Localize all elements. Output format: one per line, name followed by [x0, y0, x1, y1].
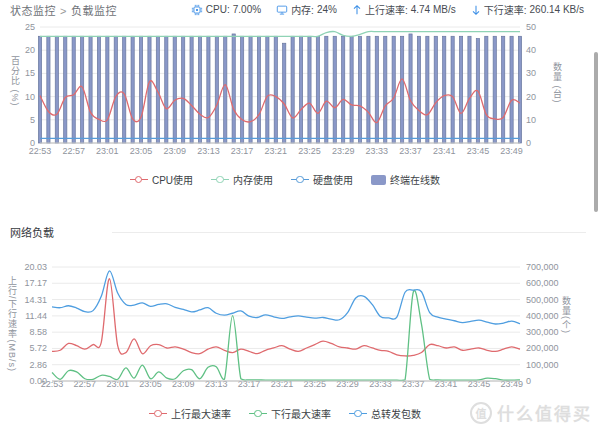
bar-series-point — [308, 36, 311, 143]
bar-series-point — [139, 36, 142, 143]
x-axis-tick-label: 22:57 — [62, 146, 85, 156]
bar-series-point — [38, 36, 41, 143]
bar-series-point — [55, 36, 58, 143]
bar-series-point — [510, 36, 513, 143]
legend-item[interactable]: 上行最大速率 — [149, 406, 231, 421]
watermark: 值 什么值得买 — [470, 400, 592, 425]
network-load-section-header: 网络负载 — [10, 224, 586, 240]
legend-label: CPU使用 — [152, 172, 193, 187]
uplink-stat: 上行速率: 4.74 MB/s — [352, 2, 456, 17]
x-axis-tick-label: 23:45 — [467, 146, 490, 156]
bar-series-point — [241, 36, 244, 143]
x-axis-tick-label: 23:01 — [96, 146, 119, 156]
breadcrumb-separator: > — [60, 5, 67, 17]
legend-item[interactable]: 终端在线数 — [371, 172, 440, 187]
legend-label: 终端在线数 — [390, 172, 440, 187]
scrollbar-thumb[interactable] — [594, 52, 598, 212]
x-axis-tick-label: 23:13 — [197, 146, 220, 156]
header-stats: CPU: 7.00% 内存: 24% 上行速率: 4.74 MB/s — [191, 2, 584, 17]
legend-item[interactable]: 下行最大速率 — [249, 406, 331, 421]
bar-series-point — [148, 36, 151, 143]
legend-item[interactable]: 硬盘使用 — [291, 172, 353, 187]
bar-series-point — [392, 36, 395, 143]
right-axis-tick-label: 0 — [526, 138, 531, 148]
right-axis-tick-label: 300,000 — [526, 327, 559, 337]
bar-series-point — [165, 36, 168, 143]
legend-label: 硬盘使用 — [313, 172, 353, 187]
x-axis-tick-label: 23:09 — [163, 146, 186, 156]
left-axis-tick-label: 25 — [25, 22, 35, 32]
bar-series-point — [493, 36, 496, 143]
left-axis-tick-label: 11.44 — [25, 311, 47, 321]
bar-series-point — [89, 36, 92, 143]
cpu-stat: CPU: 7.00% — [191, 4, 261, 16]
bar-series-point — [173, 36, 176, 143]
x-axis-tick-label: 23:37 — [399, 146, 422, 156]
bar-series-point — [114, 36, 117, 143]
bar-series-point — [72, 36, 75, 143]
legend-item[interactable]: 总转发包数 — [349, 406, 421, 421]
uplink-stat-value: 4.74 MB/s — [411, 4, 456, 15]
bar-series-point — [316, 36, 319, 143]
breadcrumb-current: 负载监控 — [71, 5, 117, 17]
bar-series-point — [325, 36, 328, 143]
legend-item[interactable]: 内存使用 — [211, 172, 273, 187]
bar-series-point — [358, 36, 361, 143]
right-axis-tick-label: 600,000 — [526, 278, 559, 288]
load-monitor-page: 状态监控>负载监控 CPU: 7.00% — [0, 0, 600, 428]
left-axis-tick-label: 20 — [25, 45, 35, 55]
cpu-icon — [191, 4, 203, 16]
legend-label: 总转发包数 — [371, 406, 421, 421]
bar-series-point — [182, 36, 185, 143]
bar-series-point — [190, 36, 193, 143]
arrow-up-icon — [352, 4, 362, 16]
cpu-stat-value: 7.00% — [233, 4, 261, 15]
x-axis-tick-label: 23:25 — [298, 146, 321, 156]
left-axis-tick-label: 17.17 — [24, 278, 47, 288]
bar-series-point — [64, 36, 67, 143]
left-axis-tick-label: 5 — [30, 115, 35, 125]
right-axis-tick-label: 700,000 — [526, 262, 559, 272]
bar-series-point — [350, 36, 353, 143]
bar-series-point — [266, 36, 269, 143]
breadcrumb[interactable]: 状态监控>负载监控 — [10, 2, 117, 18]
bar-series-point — [409, 34, 412, 143]
downlink-stat-label: 下行速率: — [484, 2, 527, 17]
legend-item[interactable]: CPU使用 — [130, 172, 193, 187]
legend-line-marker — [249, 409, 267, 419]
bar-series-point — [291, 36, 294, 143]
bar-series-point — [224, 36, 227, 143]
legend-line-marker — [291, 175, 309, 185]
bar-series-point — [502, 36, 505, 143]
bar-series-point — [207, 36, 210, 143]
right-axis-tick-label: 40 — [526, 45, 536, 55]
bar-series-point — [459, 36, 462, 143]
uplink-stat-label: 上行速率: — [365, 2, 408, 17]
legend-line-marker — [149, 409, 167, 419]
cpu-stat-label: CPU: — [206, 4, 230, 15]
bar-series-point — [106, 36, 109, 143]
left-axis-tick-label: 8.58 — [29, 327, 47, 337]
network-load-chart: 0.002.865.728.5811.4414.3117.1720.030100… — [0, 248, 600, 400]
breadcrumb-section[interactable]: 状态监控 — [10, 5, 56, 17]
section-divider — [112, 232, 586, 233]
bar-series-point — [283, 43, 286, 143]
load-chart-legend: CPU使用内存使用硬盘使用终端在线数 — [0, 172, 570, 187]
bar-series-point — [198, 36, 201, 143]
downlink-stat: 下行速率: 260.14 KB/s — [471, 2, 584, 17]
memory-icon — [276, 4, 288, 16]
legend-bar-marker — [371, 175, 386, 185]
load-chart: 05101520250102030405022:5322:5723:0123:0… — [0, 18, 600, 180]
right-axis-tick-label: 500,000 — [526, 295, 559, 305]
bar-series-point — [518, 36, 521, 143]
memory-stat: 内存: 24% — [276, 2, 337, 17]
right-axis-tick-label: 100,000 — [526, 360, 559, 370]
left-axis-tick-label: 2.86 — [29, 360, 47, 370]
bar-series-point — [333, 36, 336, 143]
watermark-text: 什么值得买 — [497, 400, 592, 425]
arrow-down-icon — [471, 4, 481, 16]
bar-series-point — [367, 36, 370, 143]
legend-label: 下行最大速率 — [271, 406, 331, 421]
right-axis-tick-label: 20 — [526, 92, 536, 102]
x-axis-tick-label: 23:33 — [366, 146, 389, 156]
